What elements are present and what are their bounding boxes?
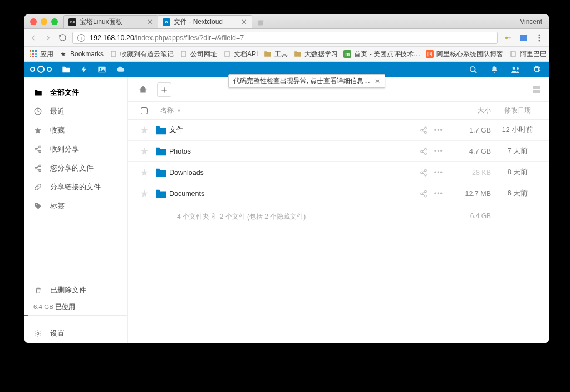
sidebar-shared-with-you[interactable]: 收到分享 [24, 140, 127, 159]
file-size: 28 KB [446, 169, 491, 177]
nav-activity-icon[interactable] [77, 63, 91, 76]
col-modified[interactable]: 修改日期 [491, 106, 541, 115]
bookmark-item[interactable]: 公司网址 [179, 50, 217, 59]
settings-gear-icon[interactable] [530, 63, 543, 76]
more-icon[interactable]: ••• [434, 169, 443, 177]
share-icon[interactable] [420, 148, 428, 155]
page-icon [509, 50, 517, 58]
nav-cloud-icon[interactable] [113, 63, 126, 76]
sidebar-tags[interactable]: 标签 [24, 197, 127, 215]
clock-icon [33, 107, 42, 115]
page-icon [179, 50, 188, 58]
bookmark-item[interactable]: m首页 - 美团点评技术… [343, 50, 420, 59]
quota-bar [24, 315, 127, 316]
file-name: Documents [169, 190, 420, 198]
back-button[interactable] [29, 33, 38, 42]
tab-bt[interactable]: BT 宝塔Linux面板 ✕ [63, 15, 158, 28]
saved-passwords-icon[interactable] [503, 33, 513, 43]
svg-rect-11 [32, 53, 34, 55]
new-tab-button[interactable] [255, 17, 267, 28]
bookmark-item[interactable]: 文档API [223, 50, 258, 59]
share-icon[interactable] [420, 169, 428, 177]
favorite-star-icon[interactable] [136, 168, 153, 177]
sidebar-favorites[interactable]: 收藏 [24, 121, 127, 140]
col-size[interactable]: 大小 [446, 106, 491, 115]
home-icon[interactable] [136, 82, 150, 97]
more-icon[interactable]: ••• [434, 148, 443, 155]
svg-rect-16 [111, 51, 116, 57]
notifications-icon[interactable] [488, 63, 501, 76]
reload-button[interactable] [58, 33, 67, 42]
search-icon[interactable] [466, 63, 480, 76]
apps-shortcut[interactable]: 应用 [29, 50, 53, 59]
sort-asc-icon: ▼ [176, 108, 181, 114]
minimize-window[interactable] [41, 18, 47, 25]
site-info-icon[interactable]: i [77, 34, 85, 42]
maximize-window[interactable] [51, 18, 58, 25]
close-window[interactable] [30, 18, 37, 25]
browser-window: BT 宝塔Linux面板 ✕ o 文件 - Nextcloud ✕ Vincen… [24, 14, 549, 343]
share-icon[interactable] [420, 126, 428, 134]
profile-name[interactable]: Vincent [520, 18, 542, 26]
window-controls [30, 18, 58, 25]
svg-rect-17 [181, 51, 186, 57]
file-summary: 4 个文件夹 和 2 个文件 (包括 2 个隐藏文件) 6.4 GB [128, 204, 549, 222]
favorite-star-icon[interactable] [136, 147, 153, 155]
more-icon[interactable]: ••• [434, 190, 443, 198]
svg-point-41 [421, 171, 423, 174]
svg-rect-3 [520, 35, 527, 41]
file-modified: 8 天前 [491, 168, 541, 177]
tab-nextcloud[interactable]: o 文件 - Nextcloud ✕ [158, 15, 252, 28]
bookmark-item[interactable]: ★Bookmarks [59, 50, 104, 58]
new-button[interactable]: ＋ [157, 82, 171, 97]
favicon-bt: BT [68, 18, 76, 26]
apps-label: 应用 [40, 50, 53, 59]
file-name: Photos [169, 148, 420, 155]
svg-point-21 [100, 68, 101, 70]
address-input[interactable]: i 192.168.10.20 /index.php/apps/files/?d… [72, 32, 498, 44]
close-notification-icon[interactable]: ✕ [375, 77, 380, 85]
nextcloud-app: 代码完整性检查出现异常, 点击查看详细信息… ✕ 全部文件 最近 收藏 收到分享… [24, 62, 549, 343]
sidebar-shared-by-you[interactable]: 您分享的文件 [24, 159, 127, 178]
close-tab-icon[interactable]: ✕ [241, 18, 247, 26]
select-all-checkbox[interactable] [136, 107, 153, 114]
bookmark-item[interactable]: 阿里巴巴（中国站）… [509, 50, 549, 59]
sidebar-all-files[interactable]: 全部文件 [24, 83, 127, 102]
nextcloud-logo[interactable] [30, 67, 52, 73]
sidebar-shared-links[interactable]: 分享链接的文件 [24, 178, 127, 197]
bookmark-item[interactable]: 阿阿里核心系统团队博客 [426, 50, 503, 59]
sidebar: 全部文件 最近 收藏 收到分享 您分享的文件 分享链接的文件 标签 已删除文件 … [24, 77, 128, 343]
link-icon [33, 183, 42, 191]
favorite-star-icon[interactable] [136, 126, 153, 134]
menu-icon[interactable] [534, 33, 544, 43]
url-host: 192.168.10.20 [90, 34, 134, 42]
bookmark-folder[interactable]: 工具 [263, 50, 288, 59]
bookmark-item[interactable]: 收藏到有道云笔记 [109, 50, 174, 59]
favorite-star-icon[interactable] [136, 189, 153, 198]
favicon-nc: o [163, 18, 170, 26]
col-name[interactable]: 名称▼ [153, 106, 413, 115]
contacts-icon[interactable] [509, 63, 522, 76]
file-row[interactable]: 文件•••1.7 GB12 小时前 [128, 120, 549, 141]
file-row[interactable]: Documents•••12.7 MB6 天前 [128, 183, 549, 204]
file-row[interactable]: Downloads•••28 KB8 天前 [128, 162, 549, 183]
nav-files-icon[interactable] [60, 63, 73, 76]
close-tab-icon[interactable]: ✕ [147, 18, 153, 26]
share-icon[interactable] [420, 190, 428, 198]
more-icon[interactable]: ••• [434, 126, 443, 134]
address-bar: i 192.168.10.20 /index.php/apps/files/?d… [24, 29, 549, 47]
nav-gallery-icon[interactable] [95, 63, 109, 76]
bookmark-folder[interactable]: 大数据学习 [293, 50, 338, 59]
extension-icon[interactable] [519, 33, 529, 43]
sidebar-deleted[interactable]: 已删除文件 [24, 281, 127, 300]
integrity-warning[interactable]: 代码完整性检查出现异常, 点击查看详细信息… ✕ [228, 74, 385, 88]
folder-icon [153, 189, 169, 199]
sidebar-recent[interactable]: 最近 [24, 102, 127, 121]
forward-button[interactable] [43, 33, 52, 42]
sidebar-settings[interactable]: 设置 [24, 324, 127, 343]
svg-point-28 [39, 150, 41, 153]
svg-rect-14 [32, 56, 34, 57]
grid-view-icon[interactable] [533, 86, 541, 94]
file-size: 4.7 GB [446, 148, 491, 155]
file-row[interactable]: Photos•••4.7 GB7 天前 [128, 141, 549, 162]
